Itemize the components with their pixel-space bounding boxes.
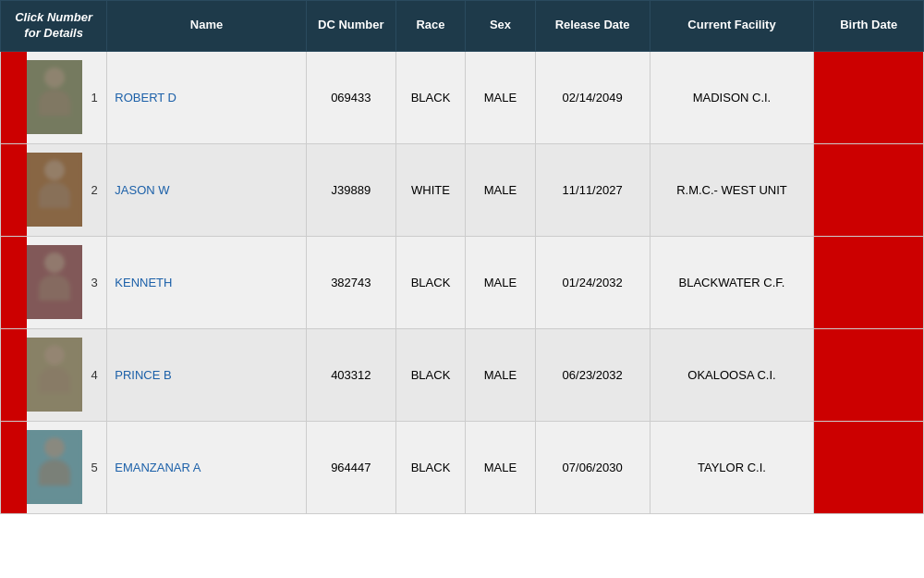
inmate-name-link[interactable]: JASON W bbox=[115, 183, 169, 197]
cell-birth-date bbox=[814, 143, 924, 236]
cell-number[interactable]: 2 bbox=[1, 143, 107, 236]
table-row: 3 KENNETH382743BLACKMALE01/24/2032BLACKW… bbox=[1, 236, 924, 328]
cell-number[interactable]: 5 bbox=[1, 421, 107, 513]
table-row: 5 EMANZANAR A964447BLACKMALE07/06/2030TA… bbox=[1, 421, 924, 513]
cell-race: BLACK bbox=[395, 328, 465, 421]
red-bar-left bbox=[1, 52, 27, 143]
inmate-photo-wrap bbox=[27, 422, 82, 513]
inmate-photo-wrap bbox=[27, 329, 82, 421]
row-number[interactable]: 1 bbox=[82, 52, 106, 143]
cell-race: BLACK bbox=[395, 236, 465, 328]
inmate-photo-wrap bbox=[27, 237, 82, 328]
cell-facility: OKALOOSA C.I. bbox=[650, 328, 814, 421]
row-number[interactable]: 4 bbox=[82, 329, 106, 421]
cell-number[interactable]: 4 bbox=[1, 328, 107, 421]
cell-race: BLACK bbox=[395, 421, 465, 513]
cell-name[interactable]: EMANZANAR A bbox=[107, 421, 307, 513]
cell-release-date: 11/11/2027 bbox=[535, 143, 650, 236]
header-release-date: Release Date bbox=[535, 1, 650, 52]
cell-name[interactable]: JASON W bbox=[107, 143, 307, 236]
table-row: 4 PRINCE B403312BLACKMALE06/23/2032OKALO… bbox=[1, 328, 924, 421]
inmate-name-link[interactable]: PRINCE B bbox=[115, 368, 171, 382]
cell-dc-number: 069433 bbox=[306, 51, 395, 143]
table-header-row: Click Number for Details Name DC Number … bbox=[1, 1, 924, 52]
cell-dc-number: 964447 bbox=[306, 421, 395, 513]
red-bar-left bbox=[1, 237, 27, 328]
inmate-name-link[interactable]: KENNETH bbox=[115, 276, 172, 289]
table-row: 1 ROBERT D069433BLACKMALE02/14/2049MADIS… bbox=[1, 51, 924, 143]
header-birth-date: Birth Date bbox=[814, 1, 924, 52]
cell-name[interactable]: KENNETH bbox=[107, 236, 307, 328]
red-bar-left bbox=[1, 144, 27, 236]
cell-sex: MALE bbox=[466, 421, 535, 513]
cell-number[interactable]: 3 bbox=[1, 236, 107, 328]
cell-birth-date bbox=[814, 51, 924, 143]
header-race: Race bbox=[395, 1, 465, 52]
cell-race: BLACK bbox=[395, 51, 465, 143]
cell-release-date: 07/06/2030 bbox=[535, 421, 650, 513]
header-dc-number: DC Number bbox=[306, 1, 395, 52]
inmate-photo-wrap bbox=[27, 52, 82, 143]
cell-facility: R.M.C.- WEST UNIT bbox=[650, 143, 814, 236]
inmate-name-link[interactable]: EMANZANAR A bbox=[115, 461, 201, 474]
row-number[interactable]: 3 bbox=[82, 237, 106, 328]
cell-dc-number: J39889 bbox=[306, 143, 395, 236]
header-sex: Sex bbox=[466, 1, 535, 52]
cell-birth-date bbox=[814, 421, 924, 513]
row-number[interactable]: 5 bbox=[82, 422, 106, 513]
cell-race: WHITE bbox=[395, 143, 465, 236]
cell-facility: TAYLOR C.I. bbox=[650, 421, 814, 513]
cell-sex: MALE bbox=[466, 51, 535, 143]
cell-dc-number: 403312 bbox=[306, 328, 395, 421]
cell-release-date: 01/24/2032 bbox=[535, 236, 650, 328]
cell-name[interactable]: PRINCE B bbox=[107, 328, 307, 421]
header-current-facility: Current Facility bbox=[650, 1, 814, 52]
cell-sex: MALE bbox=[466, 143, 535, 236]
table-row: 2 JASON WJ39889WHITEMALE11/11/2027R.M.C.… bbox=[1, 143, 924, 236]
row-number[interactable]: 2 bbox=[82, 144, 106, 236]
cell-facility: MADISON C.I. bbox=[650, 51, 814, 143]
inmate-photo-wrap bbox=[27, 144, 82, 236]
cell-birth-date bbox=[814, 236, 924, 328]
cell-release-date: 06/23/2032 bbox=[535, 328, 650, 421]
cell-name[interactable]: ROBERT D bbox=[107, 51, 307, 143]
cell-number[interactable]: 1 bbox=[1, 51, 107, 143]
header-name: Name bbox=[107, 1, 307, 52]
cell-facility: BLACKWATER C.F. bbox=[650, 236, 814, 328]
red-bar-left bbox=[1, 422, 27, 513]
cell-release-date: 02/14/2049 bbox=[535, 51, 650, 143]
red-bar-left bbox=[1, 329, 27, 421]
inmate-table: Click Number for Details Name DC Number … bbox=[0, 0, 924, 514]
inmate-name-link[interactable]: ROBERT D bbox=[115, 91, 176, 105]
cell-sex: MALE bbox=[466, 236, 535, 328]
cell-birth-date bbox=[814, 328, 924, 421]
cell-sex: MALE bbox=[466, 328, 535, 421]
header-click-number: Click Number for Details bbox=[1, 1, 107, 52]
cell-dc-number: 382743 bbox=[306, 236, 395, 328]
